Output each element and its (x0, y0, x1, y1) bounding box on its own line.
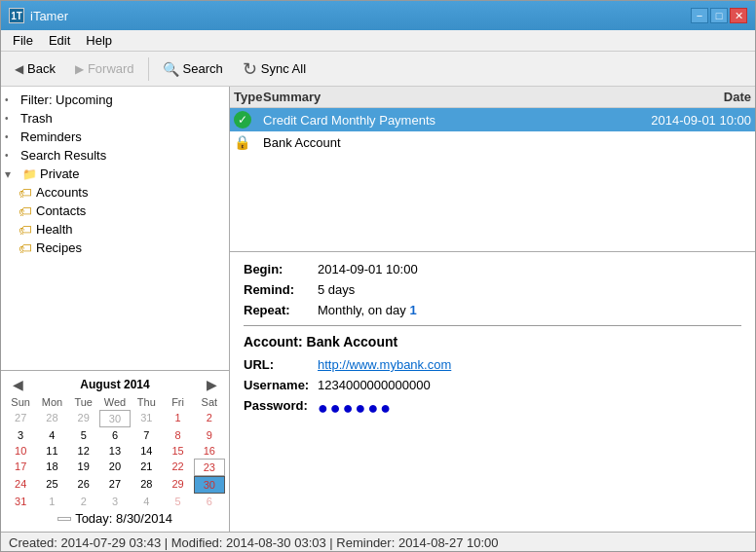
detail-remind-row: Remind: 5 days (244, 282, 741, 297)
maximize-button[interactable]: □ (710, 8, 728, 23)
cal-day-cell[interactable]: 8 (162, 427, 193, 443)
tree-item-recipes[interactable]: 🏷 Recipes (1, 239, 229, 257)
detail-divider (244, 325, 741, 326)
cal-day-cell[interactable]: 4 (36, 427, 67, 443)
cal-today-row: Today: 8/30/2014 (5, 509, 225, 528)
cal-day-cell[interactable]: 2 (194, 410, 225, 427)
cal-day-cell[interactable]: 25 (36, 476, 67, 494)
search-label: Search (183, 61, 223, 76)
cal-day-cell[interactable]: 16 (194, 443, 225, 459)
cal-day-cell[interactable]: 27 (5, 410, 36, 427)
toolbar-separator-1 (148, 57, 149, 81)
close-button[interactable]: ✕ (730, 8, 747, 23)
folder-icon: 📁 (20, 167, 38, 181)
cal-header-wed: Wed (99, 394, 131, 410)
detail-url-row: URL: http://www.mybank.com (244, 357, 741, 372)
cal-day-cell[interactable]: 18 (36, 459, 67, 476)
repeat-label: Repeat: (244, 303, 312, 317)
menu-file[interactable]: File (5, 31, 41, 50)
tree-item-search-results[interactable]: • Search Results (1, 146, 229, 165)
tree-item-trash[interactable]: • Trash (1, 109, 229, 128)
menu-help[interactable]: Help (78, 31, 120, 50)
cal-day-cell[interactable]: 31 (5, 494, 36, 509)
search-button[interactable]: Search (155, 57, 231, 81)
cal-day-cell[interactable]: 2 (68, 494, 99, 509)
expand-icon: ▾ (5, 167, 20, 181)
back-button[interactable]: Back (7, 57, 63, 80)
cal-day-cell[interactable]: 31 (131, 410, 162, 427)
remind-label: Remind: (244, 282, 312, 297)
cal-day-cell[interactable]: 1 (36, 494, 67, 509)
cal-day-cell[interactable]: 11 (36, 443, 67, 459)
forward-button[interactable]: Forward (67, 57, 142, 80)
tree-item-private[interactable]: ▾ 📁 Private (1, 165, 229, 183)
cal-today-label: Today: 8/30/2014 (75, 511, 172, 526)
cal-day-cell[interactable]: 7 (131, 427, 162, 443)
password-dots[interactable]: ●●●●●● (318, 398, 393, 419)
cal-day-cell[interactable]: 28 (131, 476, 162, 494)
cal-day-cell[interactable]: 13 (99, 443, 131, 459)
tree-label: Accounts (36, 185, 88, 200)
cal-day-cell[interactable]: 27 (99, 476, 131, 494)
col-date: Date (724, 90, 751, 104)
cal-day-cell[interactable]: 14 (131, 443, 162, 459)
detail-area: Begin: 2014-09-01 10:00 Remind: 5 days R… (230, 252, 755, 532)
detail-repeat-row: Repeat: Monthly, on day 1 (244, 303, 741, 317)
cal-day-cell[interactable]: 30 (194, 476, 225, 494)
status-bar: Created: 2014-07-29 03:43 | Modified: 20… (1, 532, 755, 552)
bullet-icon: • (5, 150, 20, 161)
tree-label: Private (40, 166, 79, 181)
cal-day-cell[interactable]: 26 (68, 476, 99, 494)
cal-day-cell[interactable]: 17 (5, 459, 36, 476)
cal-day-cell[interactable]: 22 (162, 459, 193, 476)
cal-next-button[interactable]: ▶ (203, 377, 221, 392)
cal-day-cell[interactable]: 5 (162, 494, 193, 509)
menu-edit[interactable]: Edit (41, 31, 78, 50)
cal-day-cell[interactable]: 5 (68, 427, 99, 443)
cal-day-cell[interactable]: 29 (162, 476, 193, 494)
url-value[interactable]: http://www.mybank.com (318, 357, 451, 372)
minimize-button[interactable]: − (691, 8, 708, 23)
cal-day-headers: Sun Mon Tue Wed Thu Fri Sat (5, 394, 225, 410)
cal-today-box (57, 517, 71, 521)
cal-day-cell[interactable]: 19 (68, 459, 99, 476)
list-row[interactable]: 🔒 Bank Account (230, 131, 755, 153)
cal-day-cell[interactable]: 10 (5, 443, 36, 459)
tree-label: Contacts (36, 203, 86, 218)
cal-day-cell[interactable]: 29 (68, 410, 99, 427)
cal-day-cell[interactable]: 6 (194, 494, 225, 509)
cal-day-cell[interactable]: 21 (131, 459, 162, 476)
cal-day-cell[interactable]: 6 (99, 427, 131, 443)
cal-prev-button[interactable]: ◀ (9, 377, 27, 392)
detail-password-row: Password: ●●●●●● (244, 398, 741, 419)
sync-button[interactable]: Sync All (235, 55, 314, 84)
tree-item-accounts[interactable]: 🏷 Accounts (1, 183, 229, 202)
detail-username-row: Username: 1234000000000000 (244, 378, 741, 392)
password-label: Password: (244, 398, 312, 413)
forward-label: Forward (88, 61, 134, 76)
cal-day-cell[interactable]: 4 (131, 494, 162, 509)
cal-day-cell[interactable]: 12 (68, 443, 99, 459)
sync-label: Sync All (261, 61, 306, 76)
tree-item-health[interactable]: 🏷 Health (1, 220, 229, 239)
tag-icon: 🏷 (17, 186, 34, 200)
tree-item-reminders[interactable]: • Reminders (1, 128, 229, 146)
left-panel: • Filter: Upcoming • Trash • Reminders •… (1, 87, 230, 532)
cal-day-cell[interactable]: 30 (99, 410, 131, 427)
cal-day-cell[interactable]: 28 (36, 410, 67, 427)
cal-header-tue: Tue (68, 394, 99, 410)
cal-day-cell[interactable]: 23 (194, 459, 225, 476)
cal-day-cell[interactable]: 24 (5, 476, 36, 494)
tree-item-contacts[interactable]: 🏷 Contacts (1, 202, 229, 220)
cal-day-cell[interactable]: 3 (99, 494, 131, 509)
cal-title: August 2014 (80, 378, 149, 391)
tree-item-filter-upcoming[interactable]: • Filter: Upcoming (1, 91, 229, 109)
list-row[interactable]: ✓ Credit Card Monthly Payments 2014-09-0… (230, 108, 755, 131)
cal-day-cell[interactable]: 20 (99, 459, 131, 476)
cal-day-cell[interactable]: 15 (162, 443, 193, 459)
cal-day-cell[interactable]: 1 (162, 410, 193, 427)
cal-day-cell[interactable]: 9 (194, 427, 225, 443)
begin-label: Begin: (244, 262, 312, 276)
cal-header-fri: Fri (162, 394, 193, 410)
cal-day-cell[interactable]: 3 (5, 427, 36, 443)
